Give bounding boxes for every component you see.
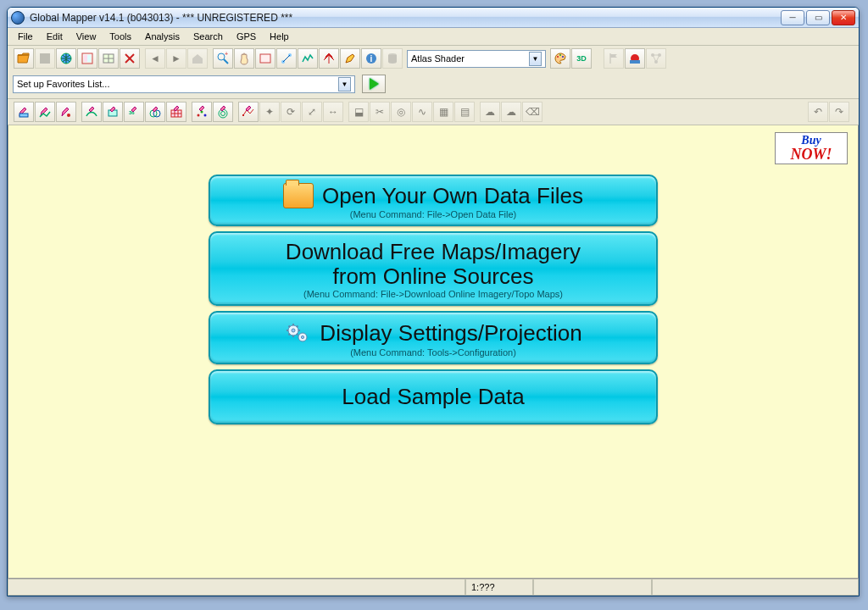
- network-icon: [646, 48, 666, 69]
- menu-edit[interactable]: Edit: [40, 30, 70, 43]
- favorites-text: Set up Favorites List...: [17, 79, 109, 89]
- rotate-icon: ⟳: [281, 102, 301, 122]
- viewshed-icon[interactable]: [319, 48, 339, 69]
- status-coords: [533, 580, 652, 596]
- combine-icon: ⬓: [348, 102, 369, 122]
- zoom-icon[interactable]: +: [213, 48, 233, 69]
- svg-line-56: [297, 334, 298, 336]
- svg-point-48: [292, 329, 295, 332]
- rect-area-icon[interactable]: [103, 102, 123, 122]
- nav-fwd-icon: ►: [166, 48, 186, 69]
- run-favorite-button[interactable]: [362, 75, 386, 93]
- menu-gps[interactable]: GPS: [230, 30, 263, 43]
- close-button[interactable]: ✕: [832, 10, 855, 25]
- sample-title: Load Sample Data: [342, 385, 524, 409]
- save-icon: [35, 48, 55, 69]
- undo-icon: ↶: [808, 102, 828, 122]
- shader-dropdown[interactable]: Atlas Shader ▼: [407, 50, 546, 68]
- buy-now-badge[interactable]: Buy NOW!: [775, 132, 848, 164]
- unload-icon[interactable]: [120, 48, 140, 69]
- display-settings-button[interactable]: Display Settings/Projection (Menu Comman…: [209, 311, 658, 364]
- svg-rect-4: [87, 55, 91, 62]
- grid-create-icon[interactable]: [166, 102, 186, 122]
- menu-file[interactable]: File: [11, 30, 40, 43]
- grid-tool-icon: ▦: [433, 102, 453, 122]
- menubar: File Edit View Tools Analysis Search GPS…: [8, 28, 859, 45]
- digitizer-toolbar: 36 ✦ ⟳ ⤢ ↔ ⬓ ✂ ◎ ∿ ▦ ▤ ☁ ☁ ⌫ ↶: [8, 98, 859, 125]
- split-icon: ✂: [370, 102, 390, 122]
- svg-rect-3: [84, 55, 87, 62]
- svg-point-42: [204, 114, 207, 117]
- 3d-view-icon[interactable]: 3D: [571, 48, 592, 69]
- svg-point-31: [67, 114, 70, 117]
- status-extra: [652, 580, 859, 596]
- feature-info-icon[interactable]: i: [361, 48, 381, 69]
- map-layout-icon[interactable]: [98, 48, 119, 69]
- download-maps-button[interactable]: Download Free Maps/Imageryfrom Online So…: [209, 231, 658, 306]
- now-text: NOW!: [790, 146, 832, 163]
- svg-line-57: [289, 334, 291, 336]
- svg-point-21: [557, 56, 559, 58]
- home-view-icon: [187, 48, 208, 69]
- overlay-control-icon[interactable]: [77, 48, 97, 69]
- profile-icon[interactable]: [298, 48, 318, 69]
- trace-line-icon[interactable]: [81, 102, 102, 122]
- menu-analysis[interactable]: Analysis: [138, 30, 186, 43]
- svg-point-10: [218, 53, 225, 60]
- record-icon[interactable]: [625, 48, 645, 69]
- minimize-button[interactable]: ─: [781, 10, 804, 25]
- range-ring-icon[interactable]: [213, 102, 233, 122]
- svg-rect-30: [19, 114, 28, 117]
- create-line-icon[interactable]: [35, 102, 55, 122]
- globe-icon[interactable]: [56, 48, 76, 69]
- dropdown-arrow-icon[interactable]: ▼: [529, 52, 542, 66]
- full-view-icon[interactable]: [255, 48, 275, 69]
- open-data-files-button[interactable]: Open Your Own Data Files (Menu Command: …: [209, 175, 658, 226]
- window-title: Global Mapper v14.1 (b043013) - *** UNRE…: [30, 12, 781, 24]
- open-file-icon[interactable]: [14, 48, 34, 69]
- svg-line-58: [297, 326, 298, 328]
- flag-icon: [604, 48, 624, 69]
- circle-icon[interactable]: [145, 102, 165, 122]
- favorites-dropdown[interactable]: Set up Favorites List... ▼: [13, 75, 355, 93]
- maximize-button[interactable]: ▭: [806, 10, 830, 25]
- svg-text:i: i: [370, 54, 373, 64]
- load-sample-data-button[interactable]: Load Sample Data: [209, 369, 658, 424]
- app-icon: [11, 11, 25, 25]
- status-scale: 1:???: [465, 580, 533, 596]
- open-title: Open Your Own Data Files: [322, 184, 583, 208]
- digitizer-icon[interactable]: [340, 48, 360, 69]
- measure-icon[interactable]: [276, 48, 297, 69]
- create-point-icon[interactable]: [56, 102, 76, 122]
- play-icon: [370, 78, 379, 90]
- vertex-edit-icon[interactable]: [238, 102, 259, 122]
- nav-back-icon: ◄: [145, 48, 165, 69]
- svg-point-23: [562, 56, 564, 58]
- menu-help[interactable]: Help: [263, 30, 296, 43]
- menu-search[interactable]: Search: [186, 30, 230, 43]
- map-view[interactable]: Buy NOW! Open Your Own Data Files (Menu …: [8, 125, 859, 579]
- palette-icon[interactable]: [550, 48, 570, 69]
- redo-icon: ↷: [829, 102, 849, 122]
- attr-icon: ▤: [454, 102, 475, 122]
- create-area-icon[interactable]: [14, 102, 34, 122]
- svg-rect-45: [242, 114, 244, 116]
- buffer-icon: ◎: [391, 102, 411, 122]
- svg-line-11: [224, 59, 228, 64]
- menu-view[interactable]: View: [70, 30, 103, 43]
- simplify-icon: ∿: [412, 102, 432, 122]
- shader-value: Atlas Shader: [411, 53, 465, 64]
- cloud-edit-icon: ☁: [501, 102, 521, 122]
- cloud-add-icon: ☁: [480, 102, 500, 122]
- download-title-2: from Online Sources: [333, 264, 534, 289]
- pan-hand-icon[interactable]: [234, 48, 254, 69]
- shift-icon: ↔: [323, 102, 343, 122]
- menu-tools[interactable]: Tools: [103, 30, 138, 43]
- buy-text: Buy: [801, 134, 821, 147]
- dropdown-arrow-icon[interactable]: ▼: [338, 77, 351, 92]
- start-panel: Open Your Own Data Files (Menu Command: …: [209, 175, 658, 424]
- cogo-icon[interactable]: 36: [124, 102, 144, 122]
- app-window: Global Mapper v14.1 (b043013) - *** UNRE…: [7, 7, 860, 596]
- svg-text:+: +: [225, 52, 228, 57]
- multipoint-icon[interactable]: [192, 102, 212, 122]
